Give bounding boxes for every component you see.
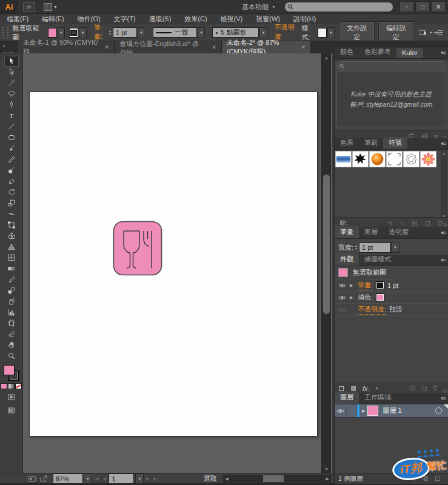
panel-menu-icon[interactable]: ▾≡ xyxy=(441,230,446,236)
close-button[interactable]: X xyxy=(431,1,446,12)
scroll-down-icon[interactable]: ▼ xyxy=(322,464,331,473)
panel-menu-icon[interactable]: ▾≡ xyxy=(441,257,446,263)
width-profile-select[interactable]: 一致 xyxy=(153,27,197,38)
collapse-control-panel-icon[interactable]: ⇥☰ xyxy=(433,29,443,36)
tab-color[interactable]: 顏色 xyxy=(335,46,359,58)
width-stepper[interactable]: ▲▼ xyxy=(355,244,358,250)
duplicate-item-icon[interactable] xyxy=(421,385,427,391)
symbol-swirl-flower[interactable] xyxy=(403,151,420,167)
tab-overflow-icon[interactable]: »‥‥‥ xyxy=(0,44,18,53)
symbol-ink-splat[interactable] xyxy=(352,151,369,167)
gradient-tool[interactable] xyxy=(4,263,19,274)
selection-tool[interactable] xyxy=(4,56,19,67)
fill-stroke-indicator[interactable] xyxy=(4,365,19,381)
blob-brush-tool[interactable] xyxy=(4,165,19,176)
menu-window[interactable]: 視窗(W) xyxy=(249,15,287,24)
layer-name[interactable]: 圖層 1 xyxy=(383,406,401,415)
symbol-sprayer-tool[interactable] xyxy=(4,296,19,307)
symbol-orange-gel[interactable] xyxy=(369,151,386,167)
add-effect-icon[interactable]: fx. xyxy=(363,385,370,392)
style-dropdown[interactable]: ▼ xyxy=(327,27,335,38)
clear-appearance-icon[interactable] xyxy=(409,385,416,392)
fill-color-swatch[interactable] xyxy=(48,28,57,38)
artboard-number-field[interactable]: 1 xyxy=(109,473,134,484)
panel-menu-icon[interactable]: ▾≡ xyxy=(441,395,446,401)
width-tool[interactable] xyxy=(4,209,19,219)
scroll-left-icon[interactable]: ◀ xyxy=(223,475,230,483)
drawing-modes-icon[interactable] xyxy=(4,392,19,403)
prev-artboard-icon[interactable]: ◀ xyxy=(102,476,106,481)
doc-tab-3-active[interactable]: 未命名-2* @ 87% (CMYK/預視) ✕ xyxy=(222,41,311,53)
tab-color-guide[interactable]: 色彩參考 xyxy=(359,46,396,58)
appearance-fill-row[interactable]: ▶ 填色: xyxy=(335,292,448,304)
scroll-up-icon[interactable]: ▲ xyxy=(443,152,446,155)
slice-tool[interactable] xyxy=(4,329,19,340)
width-dropdown[interactable]: ▼ xyxy=(391,242,400,253)
tab-transparency[interactable]: 透明度 xyxy=(383,226,414,238)
layer-visibility-eye-icon[interactable] xyxy=(335,407,347,415)
menu-view[interactable]: 檢視(V) xyxy=(214,15,250,24)
menu-effect[interactable]: 效果(C) xyxy=(178,15,213,24)
visibility-eye-icon-dim[interactable] xyxy=(337,306,347,313)
workspace-switcher[interactable]: 基本功能 ▼ xyxy=(242,2,276,12)
free-transform-tool[interactable] xyxy=(4,219,19,230)
paintbrush-tool[interactable] xyxy=(4,143,19,154)
tab-symbols[interactable]: 符號 xyxy=(383,137,407,149)
fill-proxy[interactable] xyxy=(4,365,15,375)
visibility-eye-icon[interactable] xyxy=(337,294,347,301)
zoom-level-field[interactable]: 87% xyxy=(53,473,83,484)
tab-gradient[interactable]: 漸層 xyxy=(359,226,383,238)
color-button[interactable] xyxy=(1,383,7,389)
doc-tab-1[interactable]: 未命名-1 @ 90% (CMYK/預... ✕ xyxy=(18,41,115,53)
panel-grip[interactable] xyxy=(2,27,8,38)
stroke-width-dropdown[interactable]: ▼ xyxy=(138,27,145,38)
blend-tool[interactable] xyxy=(4,285,19,296)
bridge-icon[interactable]: Br xyxy=(23,2,35,12)
tab-swatches[interactable]: 色票 xyxy=(335,137,359,149)
menu-file[interactable]: 檔案(F) xyxy=(0,15,35,24)
zoom-tool[interactable] xyxy=(4,350,19,361)
lasso-tool[interactable] xyxy=(4,89,19,99)
mesh-tool[interactable] xyxy=(4,252,19,263)
eraser-tool[interactable] xyxy=(4,176,19,187)
type-tool[interactable]: T xyxy=(4,110,19,121)
width-field[interactable]: 1 pt xyxy=(359,242,390,253)
close-tab-icon[interactable]: ✕ xyxy=(301,44,306,50)
menu-select[interactable]: 選取(S) xyxy=(142,15,178,24)
rotate-tool[interactable] xyxy=(4,187,19,198)
magic-wand-tool[interactable] xyxy=(4,78,19,89)
resize-grip[interactable] xyxy=(443,223,447,227)
scale-tool[interactable] xyxy=(4,198,19,209)
minimize-button[interactable]: – xyxy=(400,1,414,12)
add-new-fill-icon[interactable] xyxy=(350,386,357,392)
close-tab-icon[interactable]: ✕ xyxy=(212,44,216,50)
pen-tool[interactable] xyxy=(4,99,19,110)
app-search[interactable] xyxy=(284,2,393,12)
last-artboard-icon[interactable]: ▶| xyxy=(153,476,158,481)
tab-kuler[interactable]: Kuler xyxy=(396,48,423,58)
opacity-link[interactable]: 不透明度: xyxy=(358,305,386,315)
symbol-corner-frame[interactable] xyxy=(386,151,403,167)
expand-triangle-icon[interactable]: ▶ xyxy=(362,409,365,413)
food-safe-icon[interactable] xyxy=(113,221,162,276)
symbol-ribbon[interactable] xyxy=(335,151,352,167)
brush-definition-select[interactable]: • 5 點圓形 xyxy=(212,27,259,38)
line-segment-tool[interactable] xyxy=(4,121,19,132)
panel-menu-icon[interactable]: ▾≡ xyxy=(441,141,446,147)
symbol-libraries-icon[interactable] xyxy=(339,219,348,226)
tab-layers[interactable]: 圖層 xyxy=(335,392,359,404)
zoom-dropdown[interactable]: ▼ xyxy=(84,473,92,484)
kuler-search-input[interactable] xyxy=(346,62,443,70)
place-symbol-icon[interactable] xyxy=(386,220,393,226)
scroll-up-icon[interactable]: ▲ xyxy=(322,53,331,62)
direct-selection-tool[interactable] xyxy=(4,67,19,78)
stroke-width-stepper[interactable]: ▲▼ xyxy=(109,30,112,36)
menu-edit[interactable]: 編輯(E) xyxy=(35,15,71,24)
selection-tools-icon[interactable]: ▼ xyxy=(420,29,433,36)
eyedropper-tool[interactable] xyxy=(4,274,19,285)
perspective-grid-tool[interactable] xyxy=(4,241,19,252)
scrollbar-thumb[interactable] xyxy=(323,175,330,314)
rectangle-tool[interactable] xyxy=(4,132,19,143)
tab-artboards[interactable]: 工作區域 xyxy=(359,392,396,404)
kuler-search[interactable] xyxy=(336,61,446,70)
